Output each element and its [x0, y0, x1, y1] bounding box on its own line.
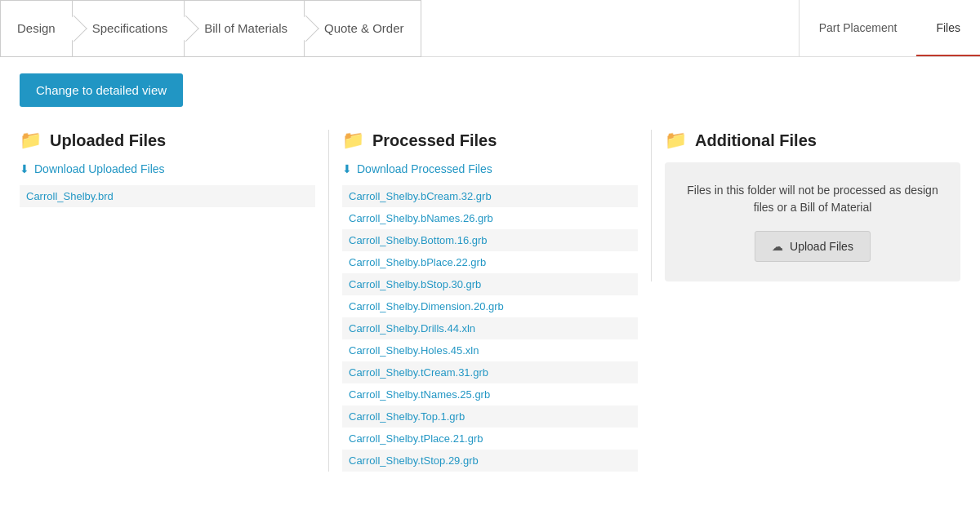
breadcrumb-design[interactable]: Design	[0, 0, 73, 57]
list-item[interactable]: Carroll_Shelby.tStop.29.grb	[342, 450, 638, 472]
uploaded-files-list: Carroll_Shelby.brd	[20, 185, 315, 207]
additional-folder-icon: 📁	[665, 130, 687, 151]
processed-files-column: 📁 Processed Files ⬇ Download Processed F…	[328, 130, 651, 472]
upload-files-button[interactable]: ☁ Upload Files	[755, 231, 871, 262]
right-tabs: Part PlacementFiles	[799, 0, 980, 56]
additional-files-header: 📁 Additional Files	[665, 130, 960, 151]
processed-files-header: 📁 Processed Files	[342, 130, 638, 151]
file-columns: 📁 Uploaded Files ⬇ Download Uploaded Fil…	[20, 130, 960, 472]
download-uploaded-icon: ⬇	[20, 162, 29, 175]
list-item[interactable]: Carroll_Shelby.Holes.45.xln	[342, 339, 638, 361]
list-item[interactable]: Carroll_Shelby.bPlace.22.grb	[342, 251, 638, 273]
uploaded-files-title: Uploaded Files	[50, 131, 166, 150]
top-navigation: DesignSpecificationsBill of MaterialsQuo…	[0, 0, 980, 57]
download-processed-icon: ⬇	[342, 162, 352, 175]
list-item[interactable]: Carroll_Shelby.Top.1.grb	[342, 405, 638, 428]
breadcrumb-bill-of-materials[interactable]: Bill of Materials	[184, 0, 305, 57]
uploaded-folder-icon: 📁	[20, 130, 42, 151]
main-content: Change to detailed view 📁 Uploaded Files…	[0, 57, 980, 488]
change-view-button[interactable]: Change to detailed view	[20, 73, 183, 107]
uploaded-files-column: 📁 Uploaded Files ⬇ Download Uploaded Fil…	[20, 130, 328, 207]
list-item[interactable]: Carroll_Shelby.Bottom.16.grb	[342, 229, 638, 251]
breadcrumb-quote-order[interactable]: Quote & Order	[304, 0, 421, 57]
list-item[interactable]: Carroll_Shelby.Drills.44.xln	[342, 317, 638, 339]
download-uploaded-link[interactable]: ⬇ Download Uploaded Files	[20, 162, 315, 175]
list-item[interactable]: Carroll_Shelby.bCream.32.grb	[342, 185, 638, 207]
additional-files-info: Files in this folder will not be process…	[678, 182, 947, 216]
processed-files-title: Processed Files	[372, 131, 497, 150]
upload-icon: ☁	[772, 240, 783, 253]
uploaded-files-header: 📁 Uploaded Files	[20, 130, 315, 151]
additional-files-column: 📁 Additional Files Files in this folder …	[651, 130, 960, 281]
list-item[interactable]: Carroll_Shelby.tNames.25.grb	[342, 383, 638, 405]
list-item[interactable]: Carroll_Shelby.tPlace.21.grb	[342, 428, 638, 450]
list-item[interactable]: Carroll_Shelby.tCream.31.grb	[342, 361, 638, 383]
breadcrumb-tabs: DesignSpecificationsBill of MaterialsQuo…	[0, 0, 799, 56]
breadcrumb-specifications[interactable]: Specifications	[72, 0, 185, 57]
additional-files-box: Files in this folder will not be process…	[665, 162, 960, 281]
list-item[interactable]: Carroll_Shelby.bNames.26.grb	[342, 207, 638, 229]
processed-folder-icon: 📁	[342, 130, 364, 151]
list-item[interactable]: Carroll_Shelby.brd	[20, 185, 315, 207]
processed-files-list: Carroll_Shelby.bCream.32.grbCarroll_Shel…	[342, 185, 638, 472]
list-item[interactable]: Carroll_Shelby.Dimension.20.grb	[342, 295, 638, 317]
list-item[interactable]: Carroll_Shelby.bStop.30.grb	[342, 273, 638, 295]
tab-part-placement[interactable]: Part Placement	[800, 0, 917, 56]
additional-files-title: Additional Files	[695, 131, 817, 150]
tab-files[interactable]: Files	[916, 0, 980, 56]
download-processed-link[interactable]: ⬇ Download Processed Files	[342, 162, 638, 175]
